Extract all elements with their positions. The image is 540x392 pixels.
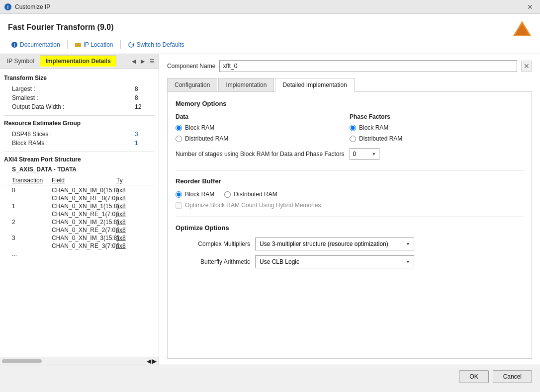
divider-reorder-optimize [176, 217, 524, 217]
stages-select[interactable]: 0 1 2 3 4 [350, 148, 379, 160]
cell-type-7: fix8 [116, 242, 126, 249]
reorder-radio-row: Block RAM Distributed RAM [176, 191, 524, 198]
documentation-label: Documentation [20, 41, 60, 48]
panel-scroll-area[interactable]: Transform Size Largest : 8 Smallest : 8 … [0, 69, 159, 357]
cell-trans-3 [12, 211, 52, 218]
complex-multipliers-select[interactable]: Use 3-multiplier structure (resource opt… [255, 237, 414, 250]
hybrid-memories-label: Optimize Block RAM Count Using Hybrid Me… [185, 202, 321, 209]
prop-smallest-value: 8 [135, 94, 155, 101]
reorder-dist-ram-radio[interactable] [224, 191, 231, 198]
close-button[interactable]: ✕ [524, 2, 536, 12]
data-dist-ram-option[interactable]: Distributed RAM [176, 135, 350, 142]
cell-field-4: CHAN_0_XN_IM_2(15:8) [52, 219, 116, 226]
cell-field-6: CHAN_0_XN_IM_3(15:8) [52, 235, 116, 241]
horizontal-scrollbar[interactable]: ◀▶ [0, 357, 159, 365]
table-row: 2 CHAN_0_XN_IM_2(15:8) fix8 [4, 218, 155, 226]
tab-detailed-implementation[interactable]: Detailed Implementation [275, 78, 354, 92]
cell-field-3: CHAN_0_XN_RE_1(7:0) [52, 211, 116, 218]
stages-label: Number of stages using Block RAM for Dat… [176, 151, 345, 157]
hybrid-memories-checkbox[interactable] [176, 202, 182, 209]
butterfly-arithmetic-select[interactable]: Use CLB Logic Use DSP48 [255, 255, 414, 268]
col-header-type[interactable]: Ty [116, 177, 123, 184]
app-title: Fast Fourier Transform (9.0) [8, 23, 114, 32]
butterfly-arithmetic-select-wrapper: Use CLB Logic Use DSP48 [255, 255, 414, 268]
tab-implementation-details[interactable]: Implementation Details [40, 55, 116, 67]
reorder-block-ram-radio[interactable] [176, 191, 182, 198]
title-bar: i Customize IP ✕ [0, 0, 540, 14]
cell-trans-6: 3 [12, 235, 52, 241]
tab-ip-symbol[interactable]: IP Symbol [2, 56, 39, 67]
data-block-ram-option[interactable]: Block RAM [176, 124, 350, 131]
svg-marker-8 [132, 43, 134, 45]
optimize-options-section: Optimize Options Complex Multipliers Use… [176, 224, 524, 268]
cell-type-2: fix8 [116, 203, 126, 210]
table-row: CHAN_0_XN_RE_0(7:0) fix8 [4, 194, 155, 202]
phase-dist-ram-radio[interactable] [350, 136, 356, 142]
reorder-block-ram-label: Block RAM [185, 191, 214, 198]
config-tabs: Configuration Implementation Detailed Im… [167, 78, 532, 92]
table-header: Transaction Field Ty [4, 176, 155, 185]
main-content: IP Symbol Implementation Details ◀ ▶ ☰ T… [0, 54, 540, 365]
reorder-dist-ram-label: Distributed RAM [234, 191, 277, 198]
table-row: 3 CHAN_0_XN_IM_3(15:8) fix8 [4, 234, 155, 242]
cell-ellipsis: ... [12, 250, 52, 257]
svg-rect-7 [75, 43, 78, 44]
ok-button[interactable]: OK [459, 370, 488, 383]
data-block-ram-radio[interactable] [176, 125, 182, 131]
refresh-icon [128, 41, 135, 48]
phase-dist-ram-label: Distributed RAM [359, 135, 402, 142]
svg-text:i: i [14, 43, 15, 48]
prev-tab-button[interactable]: ◀ [130, 57, 138, 66]
prop-output-width-label: Output Data Width : [12, 103, 135, 110]
butterfly-arithmetic-row: Butterfly Arithmetic Use CLB Logic Use D… [176, 255, 524, 268]
ip-location-button[interactable]: IP Location [72, 40, 116, 50]
vendor-logo [512, 20, 532, 40]
phase-dist-ram-option[interactable]: Distributed RAM [350, 135, 524, 142]
panel-tabs: IP Symbol Implementation Details ◀ ▶ ☰ [0, 54, 159, 69]
data-dist-ram-radio[interactable] [176, 136, 182, 142]
prop-largest-value: 8 [135, 85, 155, 92]
table-row: CHAN_0_XN_RE_2(7:0) fix8 [4, 226, 155, 234]
toolbar-separator [67, 40, 68, 49]
col-header-transaction[interactable]: Transaction [12, 177, 52, 184]
header-top: Fast Fourier Transform (9.0) [8, 20, 532, 40]
toolbar: i Documentation IP Location Switch to De… [8, 40, 532, 54]
component-name-input[interactable] [219, 60, 517, 72]
prop-dsp48-value: 3 [135, 131, 155, 138]
title-bar-title: Customize IP [15, 3, 50, 10]
switch-defaults-button[interactable]: Switch to Defaults [125, 40, 187, 50]
cell-field-7: CHAN_0_XN_RE_3(7:0) [52, 242, 116, 249]
right-panel: Component Name ✕ Configuration Implement… [159, 54, 540, 365]
tab-implementation[interactable]: Implementation [218, 78, 274, 91]
memory-columns: Data Block RAM Distributed RAM [176, 113, 524, 142]
tab-configuration[interactable]: Configuration [167, 78, 217, 91]
documentation-button[interactable]: i Documentation [8, 40, 63, 50]
reorder-dist-ram-option[interactable]: Distributed RAM [224, 191, 277, 198]
svg-text:i: i [7, 4, 9, 10]
phase-block-ram-option[interactable]: Block RAM [350, 124, 524, 131]
cell-trans-7 [12, 242, 52, 249]
cell-type-1: fix8 [116, 195, 126, 202]
folder-icon [75, 41, 82, 48]
cancel-button[interactable]: Cancel [493, 370, 532, 383]
component-name-clear-button[interactable]: ✕ [521, 61, 532, 72]
switch-defaults-label: Switch to Defaults [137, 41, 184, 48]
config-content: Memory Options Data Block RAM Distribute… [167, 92, 532, 359]
panel-content: Transform Size Largest : 8 Smallest : 8 … [0, 69, 159, 262]
next-tab-button[interactable]: ▶ [139, 57, 147, 66]
cell-trans-5 [12, 227, 52, 234]
prop-dsp48: DSP48 Slices : 3 [4, 130, 155, 139]
table-row: CHAN_0_XN_RE_1(7:0) fix8 [4, 210, 155, 218]
complex-multipliers-select-wrapper: Use 3-multiplier structure (resource opt… [255, 237, 414, 250]
prop-block-rams: Block RAMs : 1 [4, 139, 155, 148]
app-icon: i [4, 3, 12, 11]
complex-multipliers-row: Complex Multipliers Use 3-multiplier str… [176, 237, 524, 250]
cell-type-5: fix8 [116, 227, 126, 234]
stages-select-wrapper: 0 1 2 3 4 [350, 148, 379, 160]
cell-field-5: CHAN_0_XN_RE_2(7:0) [52, 227, 116, 234]
menu-tab-button[interactable]: ☰ [148, 57, 157, 66]
component-name-row: Component Name ✕ [167, 60, 532, 72]
phase-block-ram-radio[interactable] [350, 125, 356, 131]
col-header-field[interactable]: Field [52, 177, 116, 184]
reorder-block-ram-option[interactable]: Block RAM [176, 191, 214, 198]
